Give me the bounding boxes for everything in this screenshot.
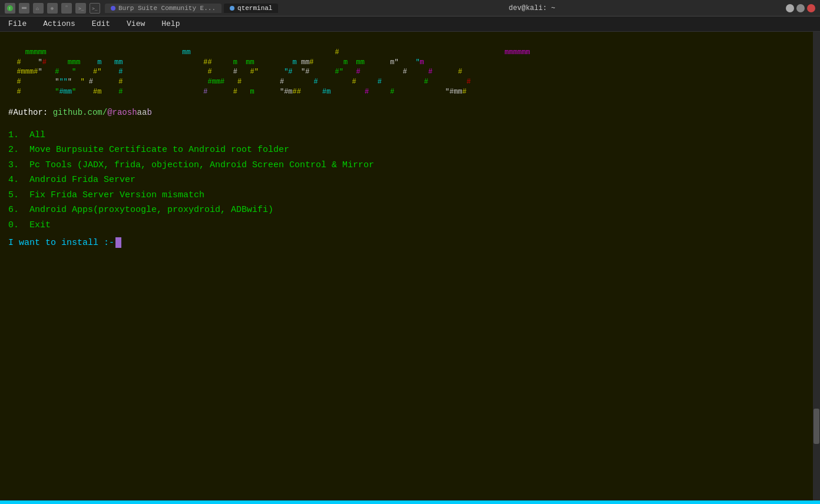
menu-item-3: 4. Android Frida Server	[8, 175, 135, 185]
menu-actions[interactable]: Actions	[39, 18, 79, 29]
menu-item-5: 6. Android Apps(proxytoogle, proxydroid,…	[8, 205, 273, 215]
svg-text:>_: >_	[78, 6, 84, 11]
menu-help[interactable]: Help	[158, 18, 183, 29]
close-button[interactable]	[807, 4, 815, 12]
scrollbar-thumb[interactable]	[814, 409, 819, 444]
tab-dot-qterminal	[230, 6, 234, 11]
svg-rect-3	[22, 7, 27, 8]
terminal-cursor	[115, 237, 121, 248]
window-title: dev@kali: ~	[509, 4, 556, 12]
scrollbar[interactable]	[813, 32, 820, 504]
menu-item-2: 3. Pc Tools (JADX, frida, objection, And…	[8, 160, 374, 170]
menu-edit[interactable]: Edit	[88, 18, 114, 29]
menu-item-0: 1. All	[8, 130, 45, 140]
minimize-button[interactable]	[786, 4, 794, 12]
title-bar: ↑ ⌂ ⊕ >_ >_ Burp Sui	[0, 0, 820, 16]
window-icons: ↑ ⌂ ⊕ >_ >_	[5, 3, 100, 14]
svg-rect-4	[22, 8, 27, 9]
menu-item-4: 5. Fix Frida Server Version mismatch	[8, 190, 204, 200]
tab-label-burpsuite: Burp Suite Community E...	[118, 5, 216, 12]
terminal-area[interactable]: mmmmm mm # mmmmmm # "# mmm m mm ## m mm …	[0, 32, 820, 504]
menu-item-6: 0. Exit	[8, 220, 51, 230]
menu-item-1: 2. Move Burpsuite Certificate to Android…	[8, 145, 289, 155]
app-icon-6[interactable]: >_	[75, 3, 86, 14]
tab-bar: Burp Suite Community E... qterminal	[105, 4, 278, 13]
tab-burpsuite[interactable]: Burp Suite Community E...	[105, 4, 221, 13]
app-icon-2[interactable]	[19, 3, 29, 14]
menu-bar: File Actions Edit View Help	[0, 16, 820, 32]
menu-list: 1. All 2. Move Burpsuite Certificate to …	[8, 128, 812, 233]
svg-rect-9	[64, 6, 70, 11]
svg-text:>_: >_	[92, 6, 98, 11]
app-icon-4[interactable]: ⊕	[47, 3, 58, 14]
app-icon-terminal[interactable]: >_	[90, 3, 100, 14]
app-icon-1[interactable]: ↑	[5, 3, 15, 14]
app-icon-3[interactable]: ⌂	[33, 3, 44, 14]
tab-label-qterminal: qterminal	[237, 5, 272, 12]
menu-file[interactable]: File	[5, 18, 30, 29]
svg-text:↑: ↑	[8, 6, 11, 11]
svg-text:⌂: ⌂	[36, 6, 39, 11]
menu-view[interactable]: View	[123, 18, 148, 29]
svg-text:⊕: ⊕	[51, 6, 54, 11]
tab-dot-burpsuite	[111, 6, 115, 11]
prompt-line[interactable]: I want to install :-	[8, 237, 812, 248]
tab-qterminal[interactable]: qterminal	[224, 4, 278, 13]
maximize-button[interactable]	[796, 4, 805, 12]
bottom-status-bar	[0, 500, 820, 504]
ascii-art-banner: mmmmm mm # mmmmmm # "# mmm m mm ## m mm …	[8, 38, 812, 97]
window-controls	[786, 4, 815, 12]
author-line: #Author: github.com/@raoshaab	[8, 108, 812, 117]
app-icon-5[interactable]	[61, 3, 72, 14]
title-bar-left: ↑ ⌂ ⊕ >_ >_ Burp Sui	[5, 3, 278, 14]
svg-rect-10	[65, 5, 68, 7]
prompt-text: I want to install :-	[8, 238, 114, 248]
